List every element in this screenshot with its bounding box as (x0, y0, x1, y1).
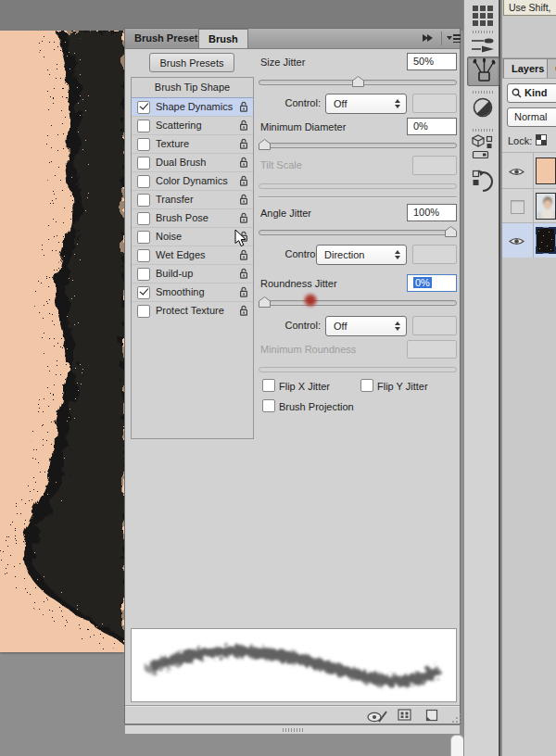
preset-manager-icon[interactable] (398, 709, 412, 722)
brush-panel-icon[interactable] (467, 57, 499, 86)
lock-icon[interactable] (239, 286, 248, 298)
scrollbar-thumb[interactable] (450, 735, 464, 756)
lock-icon[interactable] (239, 157, 248, 169)
flip-y-checkbox[interactable] (360, 379, 373, 392)
tab-brush[interactable]: Brush (198, 29, 248, 48)
cube-panel-icon[interactable] (471, 133, 496, 161)
visibility-eye-icon[interactable] (509, 236, 524, 246)
dock-grip-dots[interactable] (473, 129, 493, 132)
grid-panel-icon[interactable] (472, 3, 494, 27)
collapse-panel-icon[interactable] (423, 34, 436, 43)
tabbar-separator (441, 32, 442, 45)
tab-layers[interactable]: Layers (503, 58, 552, 78)
section-divider (259, 196, 457, 198)
option-transfer[interactable]: Transfer (132, 190, 253, 208)
roundness-control-dropdown[interactable]: Off (325, 316, 407, 336)
layer-row-1[interactable] (502, 152, 556, 189)
layer-row-3-selected[interactable] (502, 222, 556, 258)
angle-jitter-slider[interactable] (259, 225, 457, 238)
brush-tip-shape-item[interactable]: Brush Tip Shape (132, 78, 253, 97)
click-marker (302, 292, 319, 309)
checkbox[interactable] (137, 305, 150, 318)
option-build-up[interactable]: Build-up (132, 264, 253, 283)
lock-icon[interactable] (239, 268, 248, 280)
lock-icon[interactable] (239, 212, 248, 224)
updown-arrows-icon (395, 99, 400, 108)
option-scattering[interactable]: Scattering (132, 116, 253, 134)
option-dual-brush[interactable]: Dual Brush (132, 153, 253, 171)
size-jitter-field[interactable]: 50% (407, 53, 457, 70)
lock-icon[interactable] (239, 138, 248, 150)
lock-label: Lock: (508, 135, 532, 146)
layer-thumbnail-texture[interactable] (536, 227, 556, 254)
checkbox[interactable] (137, 194, 150, 207)
option-wet-edges[interactable]: Wet Edges (132, 246, 253, 264)
checkbox[interactable] (137, 286, 150, 299)
option-color-dynamics[interactable]: Color Dynamics (132, 171, 253, 190)
checkbox[interactable] (137, 175, 150, 188)
angle-control-dropdown[interactable]: Direction (316, 245, 407, 265)
slider-thumb[interactable] (259, 296, 271, 308)
lock-icon[interactable] (239, 194, 248, 206)
photoshop-workspace: Brush Presets Brush Brush Presets Brush … (0, 0, 556, 756)
option-smoothing[interactable]: Smoothing (132, 283, 253, 301)
checkbox[interactable] (137, 101, 150, 114)
checkbox[interactable] (137, 268, 150, 281)
dock-grip-dots[interactable] (473, 91, 493, 94)
lock-transparency-icon[interactable] (536, 134, 547, 145)
visibility-toggle-empty[interactable] (511, 200, 524, 214)
option-texture[interactable]: Texture (132, 134, 253, 153)
option-protect-texture[interactable]: Protect Texture (132, 301, 253, 320)
minimum-diameter-slider[interactable] (259, 138, 457, 151)
history-panel-icon[interactable] (472, 168, 494, 195)
checkbox[interactable] (137, 138, 150, 151)
flip-x-checkbox[interactable] (262, 379, 275, 392)
size-control-dropdown[interactable]: Off (325, 94, 407, 114)
angle-control-label: Control: (260, 248, 321, 259)
tilt-scale-field (412, 156, 457, 175)
panel-menu-icon[interactable] (447, 34, 460, 43)
panel-size-grip[interactable] (451, 712, 462, 724)
minimum-diameter-field[interactable]: 0% (407, 118, 457, 135)
checkbox[interactable] (137, 120, 150, 132)
size-jitter-slider[interactable] (259, 75, 457, 88)
adjustments-panel-icon[interactable] (472, 96, 494, 119)
checkbox[interactable] (137, 249, 150, 262)
layer-row-2[interactable] (502, 188, 556, 223)
option-brush-pose[interactable]: Brush Pose (132, 208, 253, 227)
slider-thumb[interactable] (259, 139, 271, 150)
brush-presets-button[interactable]: Brush Presets (149, 53, 234, 72)
blend-mode-dropdown[interactable]: Normal (507, 107, 556, 127)
lock-icon[interactable] (239, 120, 248, 132)
checkbox[interactable] (137, 231, 150, 244)
lock-icon[interactable] (239, 249, 248, 261)
lock-icon[interactable] (239, 101, 248, 113)
roundness-jitter-field[interactable]: 0% (407, 274, 457, 292)
tooltip: Use Shift, (503, 0, 556, 16)
minimum-diameter-label: Minimum Diameter (260, 121, 346, 132)
lock-icon[interactable] (239, 305, 248, 317)
layer-thumbnail-portrait[interactable] (536, 193, 556, 220)
brush-presets-panel-icon[interactable] (470, 35, 496, 55)
brush-projection-checkbox[interactable] (262, 399, 275, 412)
live-tip-preview-icon[interactable] (366, 709, 388, 724)
angle-jitter-field[interactable]: 100% (407, 204, 457, 221)
dock-grip-dots[interactable] (473, 31, 493, 33)
brush-panel-tabbar: Brush Presets Brush (125, 29, 460, 49)
document-canvas[interactable] (0, 31, 124, 652)
layer-filter-kind[interactable]: Kind (507, 83, 556, 103)
checkbox[interactable] (137, 212, 150, 225)
slider-thumb[interactable] (352, 76, 364, 87)
checkbox[interactable] (137, 157, 150, 170)
roundness-jitter-slider[interactable] (259, 296, 457, 309)
search-icon (512, 88, 522, 98)
slider-thumb[interactable] (445, 226, 457, 237)
lock-icon[interactable] (239, 175, 248, 187)
create-new-brush-icon[interactable] (424, 709, 438, 722)
tab-channels-partial[interactable]: C (547, 58, 556, 78)
layer-thumbnail-fill[interactable] (536, 158, 556, 184)
option-shape-dynamics[interactable]: Shape Dynamics (132, 97, 253, 116)
pasteboard-top (0, 0, 463, 31)
docked-panel-grip-bar[interactable] (124, 724, 461, 735)
visibility-eye-icon[interactable] (509, 167, 524, 177)
